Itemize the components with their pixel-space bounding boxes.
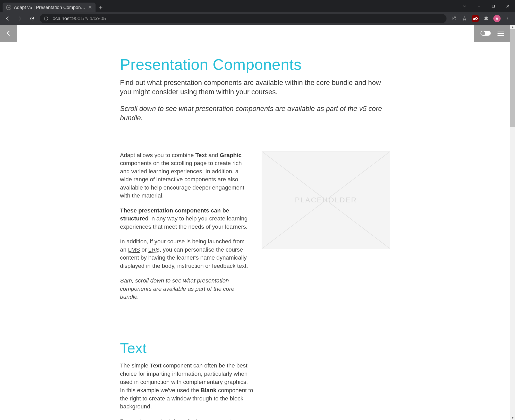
text: Adapt allows you to combine [120,152,195,158]
drawer-menu-button[interactable] [497,31,504,36]
placeholder-label: PLACEHOLDER [295,196,357,204]
tabs-dropdown-icon[interactable] [457,0,472,12]
ublock-extension-icon[interactable]: uO [471,14,480,23]
vertical-scrollbar[interactable]: ▲ ▼ [510,25,515,420]
svg-point-7 [508,20,508,20]
course-back-button[interactable] [0,25,17,42]
course-toolbar [474,25,510,42]
page-content: Presentation Components Find out what pr… [0,25,510,420]
share-icon[interactable] [449,14,458,23]
placeholder-image: PLACEHOLDER [262,151,390,249]
url-text: localhost:9001/#/id/co-05 [52,16,106,21]
close-window-button[interactable] [501,0,515,12]
svg-rect-4 [46,18,46,20]
back-button[interactable] [3,14,12,23]
scrollbar-thumb[interactable] [510,29,515,127]
svg-rect-1 [492,5,495,7]
reload-button[interactable] [27,14,37,23]
browser-window: Adapt v5 | Presentation Compon… ✕ ＋ [0,0,515,420]
new-tab-button[interactable]: ＋ [96,3,106,12]
text-section-body: The simple Text component can often be t… [120,362,254,420]
intro-graphic: PLACEHOLDER [262,151,390,301]
abbrev-lrs: LRS [148,246,160,253]
svg-point-3 [46,18,46,18]
bold-text: Graphic [220,152,242,158]
text: Remember, content doesn't always warrant… [120,417,254,420]
minimize-button[interactable] [472,0,486,12]
maximize-button[interactable] [486,0,501,12]
text: and [207,152,220,158]
svg-point-5 [508,17,508,18]
bold-text: Text [150,362,161,369]
svg-point-6 [508,18,508,19]
bold-text: Blank [201,387,216,393]
section-title-text: Text [120,340,390,356]
text: or [140,246,149,253]
url-input[interactable]: localhost:9001/#/id/co-05 [40,14,447,23]
intro-callout: Sam, scroll down to see what presentatio… [120,277,251,301]
address-bar: localhost:9001/#/id/co-05 uO A [0,12,515,25]
globe-icon [6,5,11,10]
intro-block: Adapt allows you to combine Text and Gra… [120,151,390,301]
bold-text: Text [195,152,207,158]
page-lead: Find out what presentation components ar… [120,78,390,97]
kebab-menu-icon[interactable] [503,14,512,23]
abbrev-lms: LMS [128,246,140,253]
forward-button[interactable] [15,14,25,23]
window-controls [472,0,515,12]
tab-title: Adapt v5 | Presentation Compon… [14,5,85,10]
text: components on the scrolling page to crea… [120,160,244,199]
site-info-icon[interactable] [44,16,48,21]
scroll-down-icon[interactable]: ▼ [510,415,515,420]
text: The simple [120,362,150,369]
profile-avatar[interactable]: A [492,14,502,23]
scroll-up-icon[interactable]: ▲ [510,25,515,29]
intro-text: Adapt allows you to combine Text and Gra… [120,151,251,301]
page-title: Presentation Components [120,56,390,73]
close-tab-icon[interactable]: ✕ [88,5,92,10]
browser-tab[interactable]: Adapt v5 | Presentation Compon… ✕ [3,3,96,12]
accessibility-toggle[interactable] [480,31,491,36]
page-instruction: Scroll down to see what presentation com… [120,104,390,123]
viewport: Presentation Components Find out what pr… [0,25,515,420]
titlebar: Adapt v5 | Presentation Compon… ✕ ＋ [0,0,515,12]
bookmark-icon[interactable] [460,14,469,23]
extensions-icon[interactable] [482,14,491,23]
